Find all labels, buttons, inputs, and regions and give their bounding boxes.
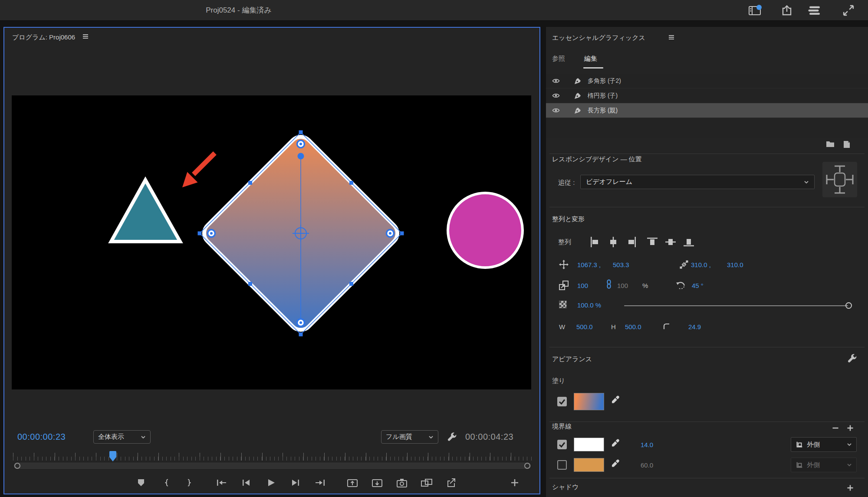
position-x-value[interactable]: 1067.3 , — [577, 261, 601, 268]
anchor-point-icon — [680, 260, 688, 269]
monitor-settings-wrench-icon[interactable] — [447, 432, 457, 442]
play-button[interactable] — [265, 477, 276, 488]
playback-quality-select[interactable]: フル画質 — [381, 430, 438, 444]
comparison-view-button[interactable] — [421, 477, 432, 488]
pin-to-frame-widget[interactable] — [822, 162, 857, 197]
zoom-handle-right[interactable] — [524, 463, 530, 469]
shadow-heading: シャドウ — [552, 483, 579, 491]
mark-in-button[interactable] — [161, 477, 172, 488]
follow-select[interactable]: ビデオフレーム — [580, 175, 815, 189]
time-ruler[interactable] — [13, 452, 532, 461]
align-top-button[interactable] — [647, 236, 658, 248]
zoom-handle-left[interactable] — [14, 463, 20, 469]
pen-icon — [574, 92, 582, 100]
stroke-color-swatch[interactable] — [574, 458, 604, 472]
remove-stroke-minus-button[interactable] — [832, 424, 839, 432]
position-move-icon — [559, 260, 569, 269]
fullscreen-icon[interactable] — [843, 5, 854, 16]
divider — [549, 478, 865, 478]
link-scale-icon[interactable] — [606, 279, 612, 289]
corner-radius-value[interactable]: 24.9 — [688, 323, 701, 330]
add-marker-button[interactable] — [135, 477, 147, 488]
step-forward-button[interactable] — [290, 477, 301, 488]
stroke-position-icon — [796, 461, 803, 469]
ellipse-shape — [448, 193, 523, 268]
add-stroke-plus-button[interactable] — [846, 424, 854, 432]
new-group-folder-icon[interactable] — [826, 141, 835, 147]
align-bottom-button[interactable] — [683, 236, 694, 248]
extract-button[interactable] — [372, 477, 383, 488]
anchor-y-value[interactable]: 310.0 — [727, 261, 743, 268]
layer-row[interactable]: 多角形 (子2) — [546, 74, 868, 88]
zoom-scrollbar[interactable] — [13, 462, 532, 470]
export-button[interactable] — [446, 477, 457, 488]
anchor-x-value[interactable]: 310.0 , — [691, 261, 711, 268]
stroke-color-swatch[interactable] — [574, 438, 604, 451]
layer-label: 長方形 (親) — [588, 107, 618, 114]
stroke-visibility-checkbox[interactable] — [557, 440, 567, 449]
add-shadow-plus-button[interactable] — [846, 484, 854, 492]
fill-eyedropper-icon[interactable] — [611, 396, 620, 404]
appearance-properties-wrench-icon[interactable] — [847, 354, 857, 363]
height-value[interactable]: 500.0 — [625, 323, 641, 330]
align-center-vertical-button[interactable] — [665, 236, 676, 248]
visibility-eye-icon[interactable] — [552, 78, 560, 84]
workspace-switcher-icon[interactable] — [748, 5, 762, 16]
workspace-settings-icon[interactable] — [808, 6, 821, 15]
fill-visibility-checkbox[interactable] — [557, 397, 567, 406]
opacity-slider-handle[interactable] — [845, 302, 852, 309]
lift-button[interactable] — [347, 477, 358, 488]
visibility-eye-icon[interactable] — [552, 108, 560, 113]
layer-row[interactable]: 楕円形 (子) — [546, 88, 868, 103]
export-frame-button[interactable] — [396, 477, 408, 488]
width-value[interactable]: 500.0 — [576, 323, 593, 330]
essential-graphics-panel: エッセンシャルグラフィックス 参照 編集 多角形 (子2) 楕円形 (子) 長方… — [546, 27, 868, 497]
go-to-out-button[interactable] — [315, 477, 326, 488]
stroke-visibility-checkbox[interactable] — [557, 460, 567, 470]
stroke-width-value[interactable]: 14.0 — [641, 441, 653, 448]
current-timecode[interactable]: 00:00:00:23 — [17, 432, 66, 442]
visibility-eye-icon[interactable] — [552, 93, 560, 98]
opacity-value[interactable]: 100.0 % — [577, 301, 601, 309]
stroke-eyedropper-icon[interactable] — [611, 439, 620, 448]
rotation-value[interactable]: 45 ° — [692, 282, 704, 289]
position-y-value[interactable]: 503.3 — [613, 261, 629, 268]
eg-panel-menu-icon[interactable] — [668, 35, 674, 40]
fill-color-swatch[interactable] — [574, 393, 604, 410]
share-icon[interactable] — [781, 5, 793, 16]
scale-x-value[interactable]: 100 — [577, 282, 588, 289]
align-right-button[interactable] — [626, 236, 637, 248]
scale-y-value[interactable]: 100 — [617, 282, 628, 289]
align-left-button[interactable] — [589, 236, 601, 248]
divider — [549, 347, 865, 347]
add-button-editor-button[interactable] — [509, 477, 520, 488]
program-panel-menu-icon[interactable] — [82, 34, 89, 39]
divider — [549, 154, 865, 154]
opacity-slider[interactable] — [624, 305, 848, 306]
titlebar: Proj0524 - 編集済み — [0, 0, 868, 21]
new-layer-icon[interactable] — [843, 141, 851, 148]
layer-label: 楕円形 (子) — [588, 92, 618, 100]
opacity-checkerboard-icon — [559, 301, 567, 308]
stroke-width-value[interactable]: 60.0 — [641, 461, 653, 469]
appearance-heading: アピアランス — [552, 355, 592, 363]
stroke-eyedropper-icon[interactable] — [611, 459, 620, 468]
mark-out-button[interactable] — [184, 477, 195, 488]
chevron-down-icon — [847, 443, 852, 446]
program-canvas[interactable] — [12, 95, 531, 389]
stroke-style-select[interactable]: 外側 — [791, 437, 857, 452]
duration-timecode: 00:00:04:23 — [465, 432, 513, 442]
tab-edit[interactable]: 編集 — [584, 55, 597, 63]
eg-panel-title: エッセンシャルグラフィックス — [552, 34, 645, 42]
layer-row-selected[interactable]: 長方形 (親) — [546, 103, 868, 118]
layer-label: 多角形 (子2) — [588, 77, 621, 85]
go-to-in-button[interactable] — [216, 477, 227, 488]
align-center-horizontal-button[interactable] — [608, 236, 619, 248]
step-back-button[interactable] — [240, 477, 252, 488]
tab-browse[interactable]: 参照 — [552, 55, 565, 63]
scale-icon — [559, 281, 569, 290]
stroke-style-select-disabled[interactable]: 外側 — [791, 458, 857, 472]
zoom-level-select[interactable]: 全体表示 — [93, 430, 151, 444]
width-label: W — [559, 323, 565, 330]
responsive-design-heading: レスポンシブデザイン — 位置 — [552, 155, 642, 163]
